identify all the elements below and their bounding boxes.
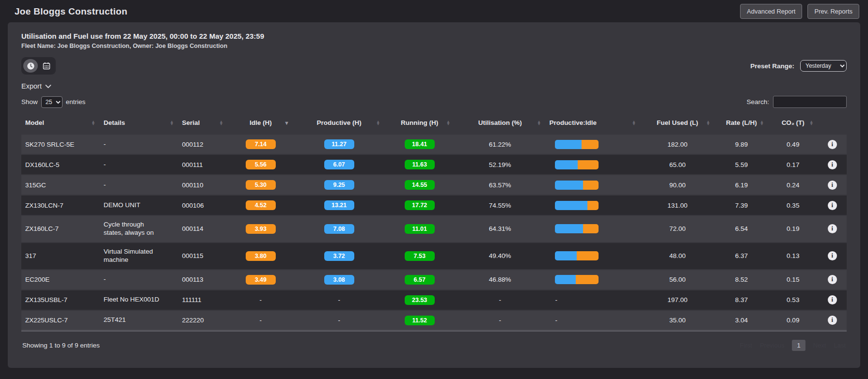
running-hours-badge: 11.63 (405, 160, 435, 169)
export-menu[interactable]: Export (21, 82, 51, 90)
cell-fuel-used: 197.00 (640, 290, 714, 310)
idle-hours-badge: 3.93 (246, 224, 276, 234)
cell-co2: 0.19 (768, 215, 818, 243)
pagination-next[interactable]: Next (813, 342, 826, 349)
cell-details: - (100, 270, 178, 290)
column-label: CO₂ (T) (782, 119, 805, 126)
column-header-details[interactable]: Details▲▼ (100, 112, 178, 134)
column-header-serial[interactable]: Serial▲▼ (178, 112, 228, 134)
time-view-toggle (21, 57, 56, 75)
info-icon[interactable]: i (828, 181, 837, 190)
cell-fuel-used: 35.00 (640, 310, 714, 330)
info-icon[interactable]: i (828, 295, 837, 304)
cell-idle: 7.14 (228, 134, 294, 154)
sort-icon: ▲▼ (632, 120, 636, 125)
cell-rate: 6.54 (714, 215, 768, 243)
search-input[interactable] (773, 96, 847, 108)
clock-view-button[interactable] (23, 59, 38, 73)
cell-running: 7.53 (384, 243, 455, 270)
info-icon[interactable]: i (828, 140, 837, 149)
productive-bar-segment (555, 275, 575, 284)
info-icon[interactable]: i (828, 224, 837, 233)
cell-serial: 000111 (178, 154, 228, 175)
cell-fuel-used: 90.00 (640, 175, 714, 195)
cell-rate: 7.39 (714, 195, 768, 215)
export-row: Export (21, 82, 847, 91)
cell-idle: 5.30 (228, 175, 294, 195)
cell-co2: 0.35 (768, 195, 818, 215)
details-text: Virtual Simulated machine (104, 248, 163, 264)
idle-hours-badge: 4.52 (246, 200, 276, 210)
cell-idle: - (228, 290, 294, 310)
productive-hours-badge: 6.07 (324, 160, 354, 169)
pagination-first[interactable]: First (740, 342, 752, 349)
column-header-productive-idle[interactable]: Productive:Idle▲▼ (545, 112, 640, 134)
cell-model: EC200E (21, 270, 100, 290)
cell-productive-idle (545, 215, 640, 243)
cell-info: i (818, 290, 847, 310)
info-icon[interactable]: i (828, 201, 837, 210)
cell-utilisation: - (455, 290, 545, 310)
cell-idle: 3.49 (228, 270, 294, 290)
cell-details: Virtual Simulated machine (100, 243, 178, 270)
idle-bar-segment (583, 224, 599, 233)
column-header-info (818, 112, 847, 134)
cell-utilisation: 63.57% (455, 175, 545, 195)
running-hours-badge: 6.57 (405, 275, 435, 285)
table-header: Model▲▼Details▲▼Serial▲▼Idle (H)▼Product… (21, 112, 847, 134)
cell-idle: 4.52 (228, 195, 294, 215)
cell-productive: 6.07 (294, 154, 384, 175)
pagination-previous[interactable]: Previous (760, 342, 785, 349)
column-header-productive[interactable]: Productive (H)▲▼ (294, 112, 384, 134)
productive-hours-badge: 7.08 (324, 224, 354, 234)
cell-serial: 000112 (178, 134, 228, 154)
cell-utilisation: 61.22% (455, 134, 545, 154)
column-header-co2[interactable]: CO₂ (T)▲▼ (768, 112, 818, 134)
productive-hours-badge: 3.72 (324, 251, 354, 261)
utilisation-table: Model▲▼Details▲▼Serial▲▼Idle (H)▼Product… (21, 112, 847, 330)
table-row: ZX130LCN-7DEMO UNIT0001064.5213.2117.727… (21, 195, 847, 215)
productive-hours-badge: 9.25 (324, 180, 354, 190)
pagination-last[interactable]: Last (834, 342, 846, 349)
table-row: 315GC-0001105.309.2514.5563.57%90.006.19… (21, 175, 847, 195)
prev-reports-button[interactable]: Prev. Reports (807, 4, 859, 19)
report-subtitle: Fleet Name: Joe Bloggs Construction, Own… (21, 43, 847, 49)
cell-info: i (818, 154, 847, 175)
cell-details: DEMO UNIT (100, 195, 178, 215)
idle-hours-badge: 3.80 (246, 251, 276, 261)
cell-productive-idle: - (545, 310, 640, 330)
column-header-model[interactable]: Model▲▼ (21, 112, 100, 134)
cell-serial: 000110 (178, 175, 228, 195)
running-hours-badge: 14.55 (405, 180, 435, 190)
cell-details: Fleet No HEX001D (100, 290, 178, 310)
table-row: 317Virtual Simulated machine0001153.803.… (21, 243, 847, 270)
productive-idle-bar (555, 224, 599, 233)
column-header-fuel-used[interactable]: Fuel Used (L)▲▼ (640, 112, 714, 134)
cell-co2: 0.15 (768, 270, 818, 290)
advanced-report-button[interactable]: Advanced Report (740, 4, 802, 19)
column-header-running[interactable]: Running (H)▲▼ (384, 112, 455, 134)
preset-range-select[interactable]: Yesterday (800, 60, 847, 72)
info-icon[interactable]: i (828, 316, 837, 325)
export-label: Export (21, 82, 42, 90)
column-header-utilisation[interactable]: Utilisation (%)▲▼ (455, 112, 545, 134)
cell-details: 25T421 (100, 310, 178, 330)
column-header-idle[interactable]: Idle (H)▼ (228, 112, 294, 134)
cell-details: - (100, 175, 178, 195)
idle-bar-segment (578, 160, 599, 169)
page-length-select[interactable]: 25 (41, 96, 63, 108)
info-icon[interactable]: i (828, 275, 837, 284)
column-header-rate[interactable]: Rate (L/H)▲▼ (714, 112, 768, 134)
idle-hours-badge: 5.56 (246, 160, 276, 169)
cell-productive-idle: - (545, 290, 640, 310)
pagination-current-page[interactable]: 1 (792, 340, 805, 351)
cell-co2: 0.13 (768, 243, 818, 270)
calendar-view-button[interactable] (39, 59, 54, 73)
info-icon[interactable]: i (828, 160, 837, 169)
column-label: Utilisation (%) (478, 119, 522, 126)
info-icon[interactable]: i (828, 251, 837, 260)
cell-productive-idle (545, 195, 640, 215)
column-label: Running (H) (401, 119, 438, 126)
details-text: Cycle through states, always on (104, 221, 163, 237)
show-label: Show (21, 98, 38, 106)
